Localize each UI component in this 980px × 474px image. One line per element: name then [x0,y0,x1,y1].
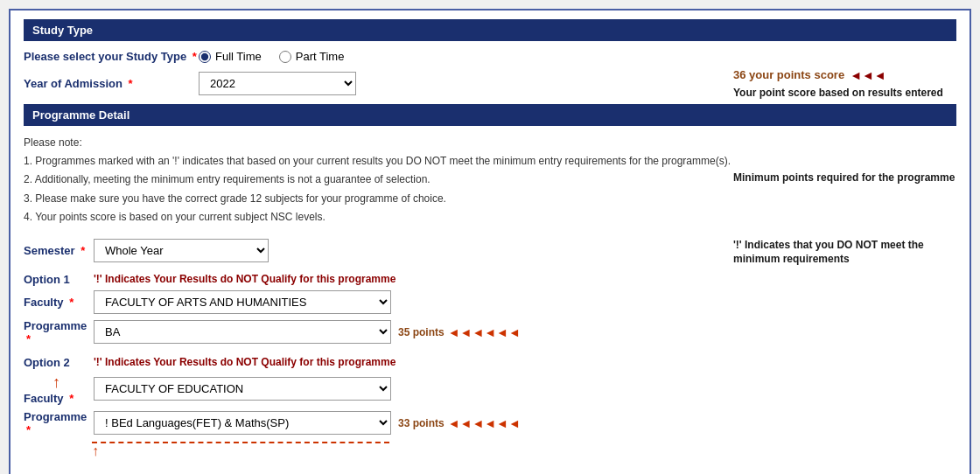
option2-arrow: ◄◄◄◄◄◄ [448,416,521,430]
year-admission-label: Year of Admission * [24,77,199,90]
option1-label: Option 1 [24,273,94,286]
semester-row: Semester * Semester 1 Semester 2 Whole Y… [24,239,711,262]
points-score-annotation: 36 your points score ◄◄◄ Your point scor… [733,68,956,101]
annotations-col: 36 your points score ◄◄◄ Your point scor… [720,239,956,464]
option2-programme-row: Programme * ! BEd Languages(FET) & Maths… [24,410,711,436]
required-star-year: * [129,77,133,90]
points-score-row: 36 your points score ◄◄◄ [733,68,956,82]
option1-section: Option 1 '!' Indicates Your Results do N… [24,273,711,345]
parttime-radio-label[interactable]: Part Time [279,50,345,63]
required-star-study: * [192,50,197,63]
form-section: Semester * Semester 1 Semester 2 Whole Y… [24,239,711,464]
option1-points: 35 points [398,326,444,338]
study-type-radio-group: Full Time Part Time [199,50,344,63]
study-type-row: Please select your Study Type * Full Tim… [24,50,956,63]
option2-faculty-row: ↑ Faculty * FACULTY OF ARTS AND HUMANITI… [24,373,711,405]
option1-arrow: ◄◄◄◄◄◄ [448,325,521,339]
semester-select[interactable]: Semester 1 Semester 2 Whole Year [94,239,269,262]
semester-label: Semester * [24,244,94,257]
main-container: Study Type Please select your Study Type… [9,9,971,474]
option1-faculty-label: Faculty * [24,296,94,309]
option2-row: Option 2 '!' Indicates Your Results do N… [24,356,711,369]
note-0: Please note: [24,135,956,151]
study-type-header: Study Type [24,19,956,41]
option2-programme-select[interactable]: ! BEd Languages(FET) & Maths(SP) ! BEd F… [94,411,391,435]
left-arrows-score: ◄◄◄ [850,68,886,82]
note-1: 1. Programmes marked with an '!' indicat… [24,153,956,170]
option2-section: Option 2 '!' Indicates Your Results do N… [24,356,711,459]
option2-warning: '!' Indicates Your Results do NOT Qualif… [94,356,396,368]
note-3: 3. Please make sure you have the correct… [24,191,956,207]
parttime-label: Part Time [296,50,345,63]
option1-faculty-row: Faculty * FACULTY OF ARTS AND HUMANITIES… [24,290,711,314]
option2-faculty-label: ↑ Faculty * [24,373,94,405]
main-layout: Semester * Semester 1 Semester 2 Whole Y… [24,239,956,464]
option2-points: 33 points [398,417,444,429]
exclamation-text: '!' Indicates that you DO NOT meet the m… [733,238,956,268]
option2-label: Option 2 [24,356,94,369]
programme-detail-header: Programme Detail [24,104,956,126]
fulltime-radio[interactable] [199,51,211,63]
option1-faculty-select[interactable]: FACULTY OF ARTS AND HUMANITIES FACULTY O… [94,290,391,314]
option1-programme-row: Programme * BA BCom BSc 35 points ◄◄◄◄◄◄ [24,319,711,345]
min-points-text: Minimum points required for the programm… [733,171,956,185]
min-points-annotation: Minimum points required for the programm… [733,171,956,185]
fulltime-radio-label[interactable]: Full Time [199,50,262,63]
parttime-radio[interactable] [279,51,291,63]
option1-row: Option 1 '!' Indicates Your Results do N… [24,273,711,286]
score-text: 36 your points score [733,68,844,81]
year-admission-select[interactable]: 2020 2021 2022 2023 2024 [199,72,356,95]
note-4: 4. Your points score is based on your cu… [24,209,956,226]
fulltime-label: Full Time [215,50,262,63]
score-annotation-text: Your point score based on results entere… [733,86,956,101]
option2-programme-label: Programme * [24,410,94,436]
down-arrow-indicator: ↑ [92,443,711,459]
option2-faculty-select[interactable]: FACULTY OF ARTS AND HUMANITIES FACULTY O… [94,377,391,401]
option1-warning: '!' Indicates Your Results do NOT Qualif… [94,273,396,285]
study-type-label: Please select your Study Type * [24,50,199,63]
exclamation-annotation: '!' Indicates that you DO NOT meet the m… [733,238,956,268]
option2-up-arrow: ↑ [24,373,89,392]
option1-programme-select[interactable]: BA BCom BSc [94,320,391,344]
option1-programme-label: Programme * [24,319,94,345]
